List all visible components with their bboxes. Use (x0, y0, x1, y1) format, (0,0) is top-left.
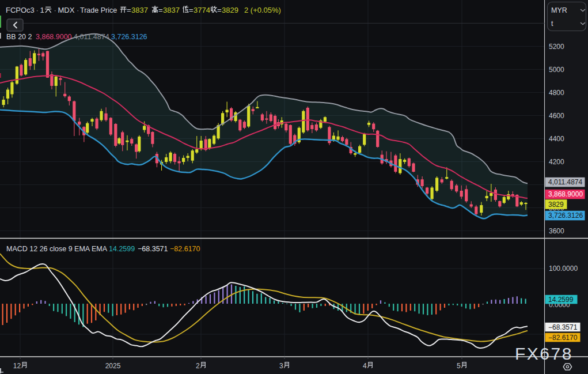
svg-text:2 (+0.05%): 2 (+0.05%) (244, 6, 281, 14)
svg-text:t: t (551, 20, 553, 28)
svg-text:BB 20 2: BB 20 2 (6, 33, 32, 41)
svg-text:5: 5 (457, 362, 461, 370)
svg-text:4600: 4600 (549, 112, 564, 120)
svg-text:3600: 3600 (549, 227, 564, 235)
svg-text:3,868.9000: 3,868.9000 (36, 33, 72, 41)
svg-text:12: 12 (13, 362, 21, 370)
svg-text:Trade Price: Trade Price (80, 6, 117, 14)
svg-text:3,726.3126: 3,726.3126 (111, 33, 147, 41)
svg-text:MACD 12 26 close 9 EMA EMA: MACD 12 26 close 9 EMA EMA (6, 245, 108, 253)
svg-text:5200: 5200 (549, 43, 564, 51)
svg-text:=: = (127, 6, 131, 14)
svg-text:3,726.3126: 3,726.3126 (548, 211, 583, 220)
svg-text:FX678: FX678 (515, 344, 573, 363)
svg-text:=: = (217, 6, 222, 14)
svg-text:3,868.9000: 3,868.9000 (548, 190, 583, 198)
svg-text:4200: 4200 (549, 158, 564, 166)
svg-text:3837: 3837 (131, 6, 148, 14)
svg-text:14.2599: 14.2599 (109, 245, 135, 253)
svg-text:1: 1 (40, 6, 44, 14)
svg-text:−68.3571: −68.3571 (138, 245, 168, 253)
svg-text:3837: 3837 (163, 6, 180, 14)
svg-text:4400: 4400 (549, 135, 564, 143)
svg-text:4,011.4874: 4,011.4874 (548, 178, 582, 186)
svg-text:−68.3571: −68.3571 (548, 323, 578, 331)
svg-text:3829: 3829 (222, 6, 238, 14)
svg-text:4,011.4874: 4,011.4874 (74, 33, 109, 41)
svg-text:5000: 5000 (549, 66, 564, 74)
svg-text:MDX: MDX (58, 6, 75, 14)
svg-text:3774: 3774 (194, 6, 210, 14)
svg-text:3829: 3829 (548, 201, 564, 209)
svg-text:−82.6170: −82.6170 (548, 334, 578, 342)
svg-text:3: 3 (279, 362, 283, 370)
svg-text:=: = (158, 6, 163, 14)
svg-text:=: = (189, 6, 194, 14)
svg-text:4: 4 (363, 362, 367, 370)
svg-text:14.2599: 14.2599 (548, 296, 574, 304)
svg-text:FCPOc3: FCPOc3 (6, 6, 35, 14)
svg-text:MYR: MYR (551, 6, 567, 14)
svg-text:·: · (77, 6, 79, 14)
svg-text:2: 2 (196, 362, 200, 370)
svg-text:100.0000: 100.0000 (549, 265, 578, 273)
svg-text:2025: 2025 (105, 362, 121, 370)
svg-text:−82.6170: −82.6170 (170, 245, 200, 253)
svg-text:·: · (36, 6, 39, 14)
svg-text:·: · (54, 6, 56, 14)
svg-text:4800: 4800 (549, 89, 564, 97)
